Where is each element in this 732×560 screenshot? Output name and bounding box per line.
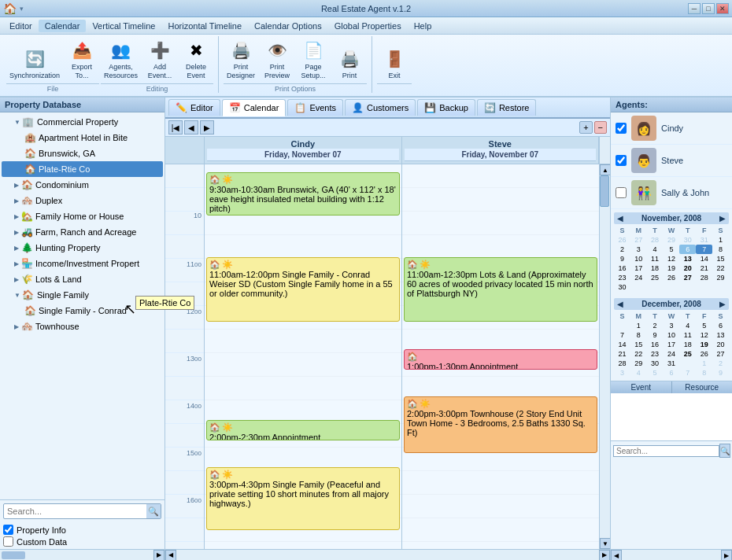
dec-d17[interactable]: 17: [664, 340, 680, 349]
dec-d19[interactable]: 19: [696, 340, 712, 349]
steve-event-1[interactable]: 🏠 ☀️ 11:00am-12:30pm Lots & Land (Approx…: [404, 257, 597, 322]
nov-d27b[interactable]: 27: [679, 273, 696, 282]
dec-e10[interactable]: 9: [712, 368, 729, 378]
nov-d31[interactable]: 31: [696, 235, 712, 245]
dec-e4[interactable]: 3: [614, 368, 630, 378]
dec-d10[interactable]: 10: [664, 330, 680, 340]
exit-button[interactable]: 🚪 Exit: [377, 45, 412, 82]
nov-d8[interactable]: 8: [712, 245, 729, 254]
sync-button[interactable]: 🔄 Synchronization: [6, 45, 63, 82]
dec-e2[interactable]: 1: [696, 359, 712, 368]
tree-item-plate-rtie[interactable]: 🏠 Plate-Rtie Co: [2, 161, 163, 177]
cindy-event-4[interactable]: 🏠 ☀️ 3:00pm-4:30pm Single Family (Peacef…: [206, 467, 400, 530]
nov-d7[interactable]: 7: [696, 245, 712, 254]
dec-d4[interactable]: 4: [679, 321, 696, 330]
tree-item-condo[interactable]: ▶ 🏠 Condominium: [2, 177, 163, 193]
dec-d15[interactable]: 15: [630, 340, 647, 349]
minimize-button[interactable]: ─: [688, 3, 701, 14]
cal-add-person-btn[interactable]: +: [579, 121, 592, 134]
menu-calendar[interactable]: Calendar: [39, 20, 87, 32]
menu-calendar-options[interactable]: Calendar Options: [248, 20, 328, 32]
cal-prev-btn[interactable]: ◀: [184, 120, 198, 134]
tree-item-income[interactable]: ▶ 🏪 Income/Investment Propert: [2, 256, 163, 271]
cal-bottom-scrollbar[interactable]: ◀ ▶: [165, 549, 610, 560]
scroll-down-btn[interactable]: ▼: [600, 538, 610, 549]
dec-d1[interactable]: 1: [630, 321, 647, 330]
cal-next-btn[interactable]: ▶: [200, 120, 214, 134]
nov-d27[interactable]: 27: [630, 235, 647, 245]
tree-item-farm[interactable]: ▶ 🚜 Farm, Ranch and Acreage: [2, 224, 163, 240]
tree-item-hunting[interactable]: ▶ 🌲 Hunting Property: [2, 240, 163, 256]
dec-e7[interactable]: 6: [664, 368, 680, 378]
nov-d29[interactable]: 29: [664, 235, 680, 245]
steve-checkbox[interactable]: [616, 155, 627, 166]
dec-d28[interactable]: 28: [614, 359, 630, 368]
cindy-checkbox[interactable]: [616, 123, 627, 134]
nov-d17[interactable]: 17: [630, 263, 647, 273]
nov-d25[interactable]: 25: [647, 273, 664, 282]
dec-d11[interactable]: 11: [679, 330, 696, 340]
menu-help[interactable]: Help: [408, 20, 438, 32]
dec-e8[interactable]: 7: [679, 368, 696, 378]
nov-d22[interactable]: 22: [712, 263, 729, 273]
left-scrollbar[interactable]: ▶: [0, 549, 165, 560]
nov-d3[interactable]: 3: [630, 245, 647, 254]
scroll-up-btn[interactable]: ▲: [600, 164, 610, 175]
tree-item-lots[interactable]: ▶ 🌾 Lots & Land: [2, 271, 163, 287]
cal-first-btn[interactable]: |◀: [168, 120, 183, 134]
tab-backup[interactable]: 💾 Backup: [417, 99, 475, 116]
cal-scroll-right-btn[interactable]: ▶: [599, 550, 610, 561]
dec-d3[interactable]: 3: [664, 321, 680, 330]
dec-d24[interactable]: 24: [664, 349, 680, 359]
nov-d15[interactable]: 15: [712, 254, 729, 263]
mini-cal-dec-prev-btn[interactable]: ◀: [617, 300, 623, 308]
tab-calendar[interactable]: 📅 Calendar: [222, 99, 287, 116]
menu-editor[interactable]: Editor: [3, 20, 39, 32]
menu-global-properties[interactable]: Global Properties: [328, 20, 408, 32]
tree-item-apt-hotel[interactable]: 🏨 Apartment Hotel in Bite: [2, 130, 163, 146]
dec-d2[interactable]: 2: [647, 321, 664, 330]
tab-editor[interactable]: ✏️ Editor: [168, 99, 220, 116]
er-search-button[interactable]: 🔍: [719, 444, 730, 458]
dec-d6[interactable]: 6: [712, 321, 729, 330]
mini-cal-next-btn[interactable]: ▶: [719, 214, 726, 223]
nov-d18[interactable]: 18: [647, 263, 664, 273]
nov-d6[interactable]: 6: [679, 245, 696, 254]
dec-d13[interactable]: 13: [712, 330, 729, 340]
tab-customers[interactable]: 👤 Customers: [345, 99, 416, 116]
nov-d2[interactable]: 2: [614, 245, 630, 254]
custom-data-checkbox[interactable]: [3, 536, 13, 547]
export-button[interactable]: 📤 ExportTo...: [65, 36, 99, 82]
agents-button[interactable]: 👥 Agents,Resources: [101, 36, 141, 82]
dec-d31[interactable]: 31: [664, 359, 680, 368]
add-event-button[interactable]: ➕ AddEvent...: [142, 36, 177, 82]
dec-d18[interactable]: 18: [679, 340, 696, 349]
nov-d12[interactable]: 12: [664, 254, 680, 263]
maximize-button[interactable]: □: [702, 3, 715, 14]
right-nav-left[interactable]: ◀: [611, 550, 622, 560]
right-nav-right[interactable]: ▶: [721, 550, 732, 560]
delete-event-button[interactable]: ✖ DeleteEvent: [179, 36, 213, 82]
steve-event-2[interactable]: 🏠 1:00pm-1:30pm Appointment: [404, 349, 597, 370]
nov-d16[interactable]: 16: [614, 263, 630, 273]
tree-item-family-home[interactable]: ▶ 🏡 Family Home or House: [2, 208, 163, 224]
tree-item-townhouse[interactable]: ▶ 🏘️ Townhouse: [2, 319, 163, 334]
nov-d20[interactable]: 20: [679, 263, 696, 273]
page-setup-button[interactable]: 📄 PageSetup...: [296, 36, 331, 82]
nov-d4[interactable]: 4: [647, 245, 664, 254]
dec-d9[interactable]: 9: [647, 330, 664, 340]
nov-d5[interactable]: 5: [664, 245, 680, 254]
sally-john-checkbox[interactable]: [616, 187, 627, 198]
menu-vertical-timeline[interactable]: Vertical Timeline: [86, 20, 161, 32]
search-input[interactable]: [4, 505, 146, 518]
steve-event-3[interactable]: 🏠 ☀️ 2:00pm-3:00pm Townhouse (2 Story En…: [404, 396, 597, 453]
nov-d26b[interactable]: 26: [664, 273, 680, 282]
scroll-right-btn[interactable]: ▶: [153, 550, 165, 561]
nov-d21[interactable]: 21: [696, 263, 712, 273]
close-button[interactable]: ✕: [716, 3, 729, 14]
cindy-event-1[interactable]: 🏠 ☀️ 9:30am-10:30am Brunswick, GA (40' x…: [206, 172, 400, 216]
dec-d25[interactable]: 25: [679, 349, 696, 359]
cal-remove-person-btn[interactable]: −: [594, 121, 607, 134]
nov-d19[interactable]: 19: [664, 263, 680, 273]
dec-d23[interactable]: 23: [647, 349, 664, 359]
